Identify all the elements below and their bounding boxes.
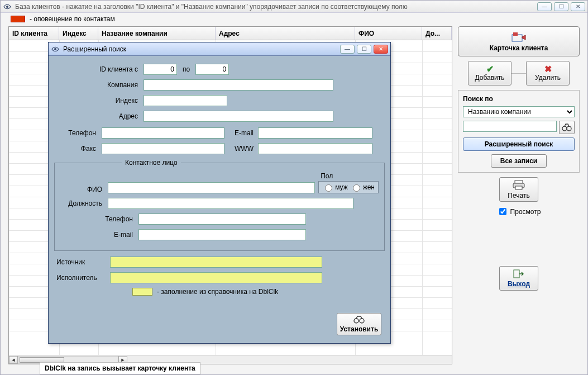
dialog-title-bar: Расширенный поиск — ☐ ✕ [49,42,390,56]
binoculars-icon [562,124,572,131]
add-button[interactable]: ✔ Добавить [468,61,511,86]
dialog-icon [51,45,60,54]
minimize-button[interactable]: — [537,2,552,11]
phone-label: Телефон [54,129,102,137]
dialog-title: Расширенный поиск [63,45,126,53]
dialog-body: ID клиента с по Компания Индекс Адрес [49,56,390,343]
id-to-label: по [177,65,195,73]
search-by-label: Поиск по [463,95,575,103]
advanced-search-button[interactable]: Расширенный поиск [463,137,575,151]
sidebar: Карточка клиента ✔ Добавить ✖ Удалить По… [458,26,580,364]
search-input[interactable] [463,121,557,132]
exit-label: Выход [508,280,530,288]
gender-male-label: муж [335,183,348,191]
all-records-label: Все записи [500,157,538,165]
add-label: Добавить [475,74,504,82]
delete-button[interactable]: ✖ Удалить [526,61,570,86]
col-header-fio[interactable]: ФИО [355,27,422,40]
dialog-close-button[interactable]: ✕ [374,45,388,54]
svg-point-0 [6,6,8,8]
phone-input[interactable] [102,127,224,139]
contact-phone-input[interactable] [138,213,306,225]
company-label: Компания [54,81,144,89]
install-label: Установить [340,325,379,333]
id-to-input[interactable] [195,64,229,75]
index-input[interactable] [144,95,227,106]
client-card-button[interactable]: Карточка клиента [458,26,580,56]
legend-text: - оповещение по контактам [30,15,115,23]
preview-checkbox-row[interactable]: Просмотр [497,206,541,217]
advanced-search-label: Расширенный поиск [485,140,553,148]
cross-icon: ✖ [544,65,552,74]
close-button[interactable]: ✕ [571,2,585,11]
print-label: Печать [508,192,529,200]
col-header-company[interactable]: Название компании [98,27,216,40]
dblclk-hint: - заполнение из справочника на DblClk [157,288,278,296]
search-go-button[interactable] [559,121,575,134]
source-label: Источник [54,258,110,266]
svg-point-11 [360,319,364,323]
dblclk-legend: - заполнение из справочника на DblClk [132,288,385,296]
svg-point-9 [54,48,56,50]
svg-point-3 [562,126,567,131]
address-label: Адрес [54,112,144,120]
check-icon: ✔ [486,65,494,74]
fio-input[interactable] [108,182,315,193]
scroll-left-button[interactable]: ◄ [9,356,18,364]
maximize-button[interactable]: ☐ [554,2,568,11]
preview-label: Просмотр [510,208,541,216]
fax-label: Факс [54,145,102,153]
source-input[interactable] [110,257,322,268]
printer-icon [513,180,525,192]
position-input[interactable] [108,198,353,209]
gender-male-radio[interactable] [325,184,332,192]
dialog-minimize-button[interactable]: — [340,45,355,54]
index-label: Индекс [54,97,144,105]
gender-female-label: жен [363,183,375,191]
legend-swatch-red [11,16,25,22]
executor-label: Исполнитель [54,274,110,282]
gender-female-radio[interactable] [353,184,360,192]
app-icon [3,2,12,11]
window-title: База клиентов - нажатие на заголовки "ID… [15,3,408,11]
svg-rect-5 [515,181,523,183]
client-card-label: Карточка клиента [490,44,548,52]
col-header-index[interactable]: Индекс [59,27,98,40]
col-header-address[interactable]: Адрес [216,27,355,40]
grid-header: ID клиента Индекс Название компании Адре… [9,27,452,40]
gender-female-option[interactable]: жен [350,183,375,192]
fax-input[interactable] [102,143,224,154]
main-title-bar: База клиентов - нажатие на заголовки "ID… [1,1,587,13]
contact-legend: Контактное лицо [122,159,181,167]
id-from-label: ID клиента с [54,65,144,73]
scroll-thumb[interactable] [20,357,64,363]
grid-footer-hint-text: DblClk на запись вызывает карточку клиен… [45,364,195,372]
gender-male-option[interactable]: муж [322,183,348,192]
binoculars-icon [353,316,365,325]
card-icon [511,31,526,44]
preview-checkbox[interactable] [499,208,506,215]
fio-label: ФИО [60,186,108,193]
www-input[interactable] [258,143,372,154]
email-input[interactable] [258,127,372,139]
svg-rect-2 [513,32,518,36]
contact-email-input[interactable] [138,229,306,240]
contact-fieldset: Контактное лицо ФИО Пол муж [54,159,385,251]
gender-box: муж жен [318,181,379,193]
print-button[interactable]: Печать [499,177,538,202]
company-input[interactable] [144,79,333,91]
address-input[interactable] [144,111,333,122]
col-header-id[interactable]: ID клиента [9,27,59,40]
executor-input[interactable] [110,272,322,283]
search-by-select[interactable]: Названию компании [463,106,575,117]
exit-icon [513,269,524,280]
legend-swatch-yellow [132,288,152,296]
install-button[interactable]: Установить [337,313,381,335]
dialog-maximize-button[interactable]: ☐ [357,45,371,54]
all-records-button[interactable]: Все записи [491,154,547,168]
col-header-position[interactable]: До... [422,27,452,40]
id-from-input[interactable] [144,64,177,75]
svg-point-4 [567,126,571,131]
contact-phone-label: Телефон [60,215,138,223]
exit-button[interactable]: Выход [499,266,538,291]
